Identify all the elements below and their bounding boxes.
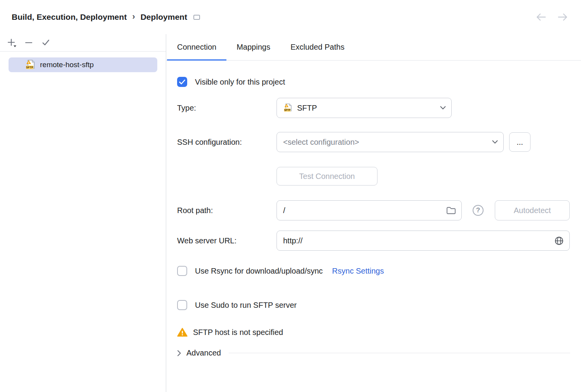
chevron-down-icon	[440, 106, 446, 110]
globe-icon[interactable]	[554, 236, 564, 246]
use-as-default-check-icon[interactable]	[37, 36, 54, 49]
root-path-input[interactable]	[283, 206, 446, 215]
tab-bar: Connection Mappings Excluded Paths	[166, 34, 581, 61]
root-path-label: Root path:	[177, 206, 277, 215]
type-value: SFTP	[297, 104, 317, 113]
visible-only-checkbox[interactable]	[177, 77, 187, 87]
servers-list: SFTP remote-host-sftp	[0, 52, 166, 78]
chevron-down-icon	[492, 140, 498, 144]
breadcrumb-separator-icon: ›	[132, 12, 135, 22]
settings-header: Build, Execution, Deployment › Deploymen…	[0, 0, 581, 34]
ssh-configuration-label: SSH configuration:	[177, 138, 277, 147]
server-name: remote-host-sftp	[40, 61, 94, 69]
web-server-url-label: Web server URL:	[177, 236, 277, 245]
section-divider	[229, 353, 570, 353]
help-icon[interactable]: ?	[473, 205, 484, 216]
breadcrumb: Build, Execution, Deployment › Deploymen…	[12, 12, 200, 22]
warning-row: SFTP host is not specified	[177, 328, 570, 337]
root-path-field	[277, 200, 462, 220]
add-server-button[interactable]	[3, 36, 20, 49]
svg-text:SFTP: SFTP	[284, 109, 291, 111]
test-connection-row: Test Connection	[177, 167, 570, 186]
tab-connection[interactable]: Connection	[167, 34, 226, 60]
tab-mappings[interactable]: Mappings	[226, 34, 280, 60]
visible-only-label: Visible only for this project	[195, 78, 285, 87]
web-server-url-input[interactable]	[283, 236, 554, 245]
back-arrow-icon[interactable]	[536, 13, 546, 21]
rsync-settings-link[interactable]: Rsync Settings	[332, 267, 384, 276]
folder-icon[interactable]	[446, 206, 456, 215]
root-path-row: Root path: ? Autodetect	[177, 200, 570, 220]
server-list-item[interactable]: SFTP remote-host-sftp	[9, 57, 157, 72]
servers-sidebar: SFTP remote-host-sftp	[0, 34, 166, 392]
autodetect-button[interactable]: Autodetect	[495, 200, 570, 220]
sftp-file-icon: SFTP	[25, 59, 37, 71]
warning-message: SFTP host is not specified	[193, 328, 283, 337]
ssh-configuration-value: <select configuration>	[283, 138, 359, 147]
web-server-url-field	[277, 231, 570, 251]
remove-server-button[interactable]	[20, 36, 37, 49]
advanced-section-toggle[interactable]: Advanced	[177, 349, 570, 357]
sftp-file-icon: SFTP	[283, 103, 293, 113]
ssh-configuration-row: SSH configuration: <select configuration…	[177, 132, 570, 152]
rsync-checkbox[interactable]	[177, 266, 187, 276]
type-label: Type:	[177, 104, 277, 113]
tab-excluded-paths[interactable]: Excluded Paths	[280, 34, 355, 60]
browse-ssh-configurations-button[interactable]: ...	[509, 132, 531, 152]
breadcrumb-parent[interactable]: Build, Execution, Deployment	[12, 12, 127, 22]
connection-form: Visible only for this project Type:	[166, 61, 581, 392]
svg-text:SFTP: SFTP	[26, 66, 33, 69]
sidebar-toolbar	[0, 34, 166, 52]
breadcrumb-current: Deployment	[141, 12, 187, 22]
type-row: Type: SFTP SFTP	[177, 98, 570, 118]
copy-settings-icon[interactable]	[193, 15, 200, 20]
deployment-settings-panel: Connection Mappings Excluded Paths Visib…	[166, 34, 581, 392]
ssh-configuration-dropdown[interactable]: <select configuration>	[277, 132, 504, 152]
web-server-url-row: Web server URL:	[177, 231, 570, 251]
rsync-label: Use Rsync for download/upload/sync	[195, 267, 323, 276]
visible-only-row: Visible only for this project	[177, 77, 570, 87]
warning-icon	[177, 328, 188, 337]
sudo-row: Use Sudo to run SFTP server	[177, 300, 570, 310]
chevron-right-icon	[177, 350, 181, 357]
sudo-checkbox[interactable]	[177, 300, 187, 310]
advanced-label: Advanced	[186, 349, 221, 357]
forward-arrow-icon[interactable]	[558, 13, 568, 21]
type-dropdown[interactable]: SFTP SFTP	[277, 98, 452, 118]
rsync-row: Use Rsync for download/upload/sync Rsync…	[177, 266, 570, 276]
test-connection-button[interactable]: Test Connection	[277, 167, 377, 186]
history-navigation	[536, 13, 568, 21]
sudo-label: Use Sudo to run SFTP server	[195, 301, 297, 310]
